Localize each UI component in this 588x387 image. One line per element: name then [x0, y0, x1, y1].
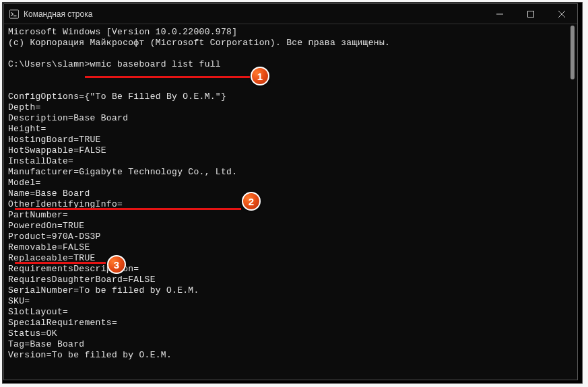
annotation-badge-1: 1	[251, 67, 269, 85]
titlebar-left: Командная строка	[9, 9, 92, 19]
out-hostingboard: HostingBoard=TRUE	[8, 135, 101, 145]
out-reqdaughter: RequiresDaughterBoard=FALSE	[8, 275, 156, 285]
out-model: Model=	[8, 178, 41, 188]
close-button[interactable]	[546, 4, 577, 24]
out-tag: Tag=Base Board	[8, 339, 84, 349]
minimize-button[interactable]	[484, 4, 515, 24]
window-controls	[484, 4, 577, 24]
out-poweredon: PoweredOn=TRUE	[8, 221, 84, 231]
out-version: Version=To be filled by O.E.M.	[8, 350, 172, 360]
window-title: Командная строка	[24, 9, 92, 19]
out-description: Description=Base Board	[8, 113, 128, 123]
out-name: Name=Base Board	[8, 188, 90, 199]
annotation-underline-3	[15, 262, 106, 264]
out-status: Status=OK	[8, 328, 57, 339]
annotation-underline-1	[85, 76, 250, 78]
maximize-button[interactable]	[515, 4, 546, 24]
command-prompt-window: Командная строка Microsoft Windows [Vers…	[3, 3, 578, 380]
banner-line2: (c) Корпорация Майкрософт (Microsoft Cor…	[8, 38, 390, 48]
app-frame: Командная строка Microsoft Windows [Vers…	[2, 2, 583, 384]
out-serial: SerialNumber=To be filled by O.E.M.	[8, 285, 199, 295]
out-sku: SKU=	[8, 296, 30, 306]
prompt: C:\Users\slamn>	[8, 59, 90, 69]
banner-line1: Microsoft Windows [Version 10.0.22000.97…	[8, 27, 237, 37]
out-partnumber: PartNumber=	[8, 210, 68, 220]
out-product: Product=970A-DS3P	[8, 232, 101, 242]
out-config: ConfigOptions={"To Be Filled By O.E.M."}	[8, 92, 226, 102]
out-removable: Removable=FALSE	[8, 242, 90, 252]
out-manufacturer: Manufacturer=Gigabyte Technology Co., Lt…	[8, 167, 237, 177]
svg-rect-3	[528, 11, 534, 17]
out-installdate: InstallDate=	[8, 156, 73, 166]
annotation-underline-2	[15, 208, 241, 210]
scrollbar-thumb[interactable]	[570, 26, 575, 79]
out-slotlayout: SlotLayout=	[8, 307, 68, 317]
command-text: wmic baseboard list full	[90, 59, 221, 69]
out-specreq: SpecialRequirements=	[8, 318, 117, 328]
out-hotswappable: HotSwappable=FALSE	[8, 145, 106, 155]
scrollbar[interactable]	[568, 24, 577, 380]
command-prompt-icon	[9, 9, 19, 19]
annotation-badge-2: 2	[242, 192, 261, 211]
out-height: Height=	[8, 124, 46, 134]
svg-rect-0	[9, 9, 18, 17]
titlebar[interactable]: Командная строка	[4, 4, 577, 24]
annotation-badge-3: 3	[107, 255, 126, 274]
out-depth: Depth=	[8, 102, 41, 112]
